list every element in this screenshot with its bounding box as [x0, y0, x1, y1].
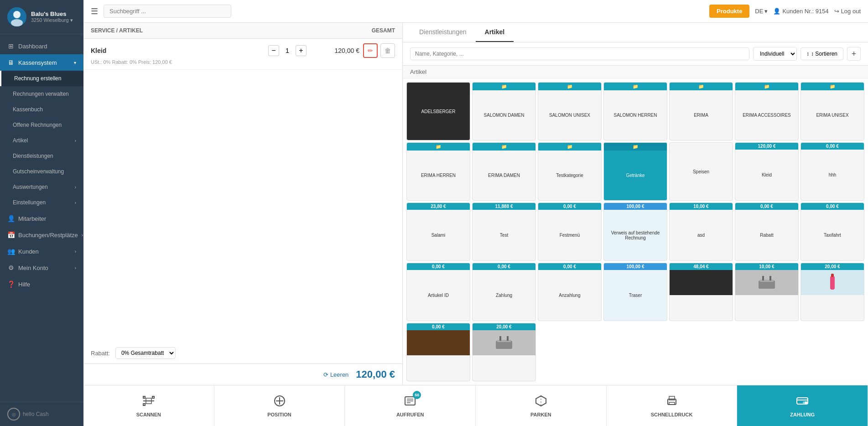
- parken-button[interactable]: PARKEN: [476, 385, 607, 426]
- parken-label: PARKEN: [530, 412, 551, 417]
- tile-price: 0,00 €: [538, 263, 601, 270]
- sidebar-item-kunden[interactable]: 👥 Kunden ›: [0, 243, 83, 260]
- leeren-button[interactable]: ⟳ Leeren: [323, 371, 348, 378]
- sidebar-item-label: Kunden: [18, 248, 39, 255]
- product-tile-speisen[interactable]: Speisen: [669, 142, 733, 201]
- logout-icon: ↪: [834, 8, 839, 15]
- sidebar-footer: ◎ hello Cash: [0, 402, 83, 426]
- position-button[interactable]: POSITION: [214, 385, 345, 426]
- product-tile-kleid[interactable]: 120,00 € Kleid: [735, 142, 799, 201]
- product-tile-salomon-herren[interactable]: 📁 SALOMON HERREN: [603, 82, 667, 140]
- tile-price: 0,00 €: [473, 263, 535, 270]
- sidebar-item-dienstleistungen[interactable]: Dienstleistungen: [0, 148, 83, 164]
- sidebar-item-offene-rechnungen[interactable]: Offene Rechnungen: [0, 117, 83, 133]
- tile-name: Test: [498, 210, 510, 260]
- product-tile-erima-unisex[interactable]: 📁 ERIMA UNISEX: [800, 82, 864, 140]
- customer-number[interactable]: 👤 Kunden Nr.: 9154: [773, 8, 828, 15]
- sidebar-item-kassensystem[interactable]: 🖥 Kassensystem ▾: [0, 54, 83, 71]
- language-selector[interactable]: DE ▾: [755, 8, 768, 15]
- product-tile-erima-herren[interactable]: 📁 ERIMA HERREN: [406, 142, 470, 201]
- svg-rect-6: [769, 276, 771, 281]
- tile-name: asd: [696, 210, 707, 260]
- delete-item-button[interactable]: 🗑: [380, 43, 395, 58]
- product-tile-testkategorie[interactable]: 📁 Testkategorie: [538, 142, 602, 201]
- product-search-input[interactable]: [410, 47, 749, 60]
- sidebar-item-hilfe[interactable]: ❓ Hilfe: [0, 276, 83, 292]
- product-tile-brown[interactable]: 0,00 €: [406, 323, 470, 381]
- zahlung-button[interactable]: ZAHLUNG: [737, 385, 868, 426]
- aufrufen-badge: 66: [413, 391, 421, 399]
- tile-price: 23,80 €: [407, 203, 470, 210]
- product-tile-toaster1[interactable]: 10,00 €: [735, 263, 799, 321]
- decrease-qty-button[interactable]: −: [268, 45, 279, 56]
- sidebar-item-kassenbuch[interactable]: Kassenbuch: [0, 102, 83, 117]
- tab-artikel[interactable]: Artikel: [476, 23, 514, 42]
- sidebar-item-buchungen[interactable]: 📅 Buchungen/Restplätze ›: [0, 227, 83, 243]
- hello-cash-label: hello Cash: [23, 411, 49, 417]
- edit-item-button[interactable]: ✏: [363, 43, 378, 58]
- tab-dienstleistungen[interactable]: Dienstleistungen: [410, 23, 476, 42]
- aufrufen-button[interactable]: 66 AUFRUFEN: [345, 385, 476, 426]
- sidebar-item-dashboard[interactable]: ⊞ Dashboard: [0, 38, 83, 54]
- add-product-button[interactable]: +: [847, 47, 861, 61]
- product-tile-traser[interactable]: 100,00 € Traser: [603, 263, 667, 321]
- sidebar-item-gutscheinverwaltung[interactable]: Gutscheinverwaltung: [0, 164, 83, 179]
- svg-rect-29: [669, 402, 675, 405]
- product-tile-hhh[interactable]: 0,00 € hhh: [800, 142, 864, 201]
- tile-name: hhh: [827, 150, 838, 200]
- scannen-button[interactable]: SCANNEN: [83, 385, 214, 426]
- chevron-right-icon: ›: [75, 185, 76, 190]
- product-tile-drink1[interactable]: 20,00 €: [800, 263, 864, 321]
- sidebar-item-mein-konto[interactable]: ⚙ Mein Konto ›: [0, 260, 83, 276]
- tile-name: ERIMA: [692, 90, 710, 140]
- discount-select[interactable]: 0% Gesamtrabatt: [115, 347, 176, 359]
- hello-cash-circle-icon: ◎: [7, 408, 20, 421]
- sidebar-item-einstellungen[interactable]: Einstellungen ›: [0, 195, 83, 210]
- product-tile-verweis[interactable]: 100,00 € Verweis auf bestehende Rechnung: [603, 203, 667, 261]
- mitarbeiter-icon: 👤: [7, 215, 15, 222]
- shop-location: 3250 Wieselburg ▾: [31, 17, 73, 23]
- tile-name: ERIMA UNISEX: [814, 90, 850, 140]
- increase-qty-button[interactable]: +: [296, 45, 307, 56]
- product-tile-salami[interactable]: 23,80 € Salami: [406, 203, 470, 261]
- schnelldruck-button[interactable]: SCHNELLDRUCK: [607, 385, 738, 426]
- svg-rect-8: [831, 274, 834, 277]
- product-tile-getraenke[interactable]: 📁 Getränke: [603, 142, 667, 201]
- product-tile-erima-damen[interactable]: 📁 ERIMA DAMEN: [472, 142, 536, 201]
- col-service-header: SERVICE / ARTIKEL: [91, 27, 331, 34]
- logout-button[interactable]: ↪ Log out: [834, 8, 861, 15]
- produkte-button[interactable]: Produkte: [709, 5, 749, 18]
- product-tile-artikel-id[interactable]: 0,00 € Artiukel ID: [406, 263, 470, 321]
- search-input[interactable]: [104, 5, 231, 18]
- menu-toggle-button[interactable]: ☰: [91, 6, 98, 16]
- product-tile-festmenu[interactable]: 0,00 € Festmenü: [538, 203, 602, 261]
- discount-label: Rabatt:: [91, 350, 110, 357]
- product-tile-dark-img[interactable]: 48,04 €: [669, 263, 733, 321]
- kunden-icon: 👥: [7, 248, 15, 255]
- product-tile-test[interactable]: 11,888 € Test: [472, 203, 536, 261]
- product-tile-zahlung[interactable]: 0,00 € Zahlung: [472, 263, 536, 321]
- product-tile-rabatt[interactable]: 0,00 € Rabatt: [735, 203, 799, 261]
- chevron-right-icon: ›: [75, 265, 76, 270]
- product-tile-anzahlung[interactable]: 0,00 € Anzahlung: [538, 263, 602, 321]
- sidebar-item-auswertungen[interactable]: Auswertungen ›: [0, 179, 83, 195]
- sidebar-item-rechnung-erstellen[interactable]: Rechnung erstellen: [0, 71, 83, 86]
- product-tile-toaster2[interactable]: 20,00 €: [472, 323, 536, 381]
- product-tile-erima-accessoires[interactable]: 📁 ERIMA ACCESSOIRES: [735, 82, 799, 140]
- sort-select[interactable]: Individuell: [753, 47, 797, 61]
- invoice-items-list: Kleid − 1 + 120,00 € ✏ 🗑: [83, 39, 402, 343]
- tile-price: 20,00 €: [473, 323, 535, 330]
- product-tile-taxifahrt[interactable]: 0,00 € Taxifahrt: [800, 203, 864, 261]
- sidebar-item-label: Kassensystem: [18, 59, 57, 66]
- sidebar-item-artikel[interactable]: Artikel ›: [0, 133, 83, 148]
- item-price: 120,00 €: [314, 47, 359, 54]
- sidebar-item-label: Offene Rechnungen: [13, 122, 62, 128]
- product-tile-adelsberger[interactable]: ADELSBERGER: [406, 82, 470, 140]
- sidebar-item-mitarbeiter[interactable]: 👤 Mitarbeiter: [0, 210, 83, 227]
- product-tile-salomon-unisex[interactable]: 📁 SALOMON UNISEX: [538, 82, 602, 140]
- product-tile-salomon-damen[interactable]: 📁 SALOMON DAMEN: [472, 82, 536, 140]
- product-tile-asd[interactable]: 10,00 € asd: [669, 203, 733, 261]
- product-tile-erima[interactable]: 📁 ERIMA: [669, 82, 733, 140]
- sidebar-item-rechnungen-verwalten[interactable]: Rechnungen verwalten: [0, 86, 83, 102]
- sort-button[interactable]: ↕ ↕ Sortieren: [800, 47, 843, 60]
